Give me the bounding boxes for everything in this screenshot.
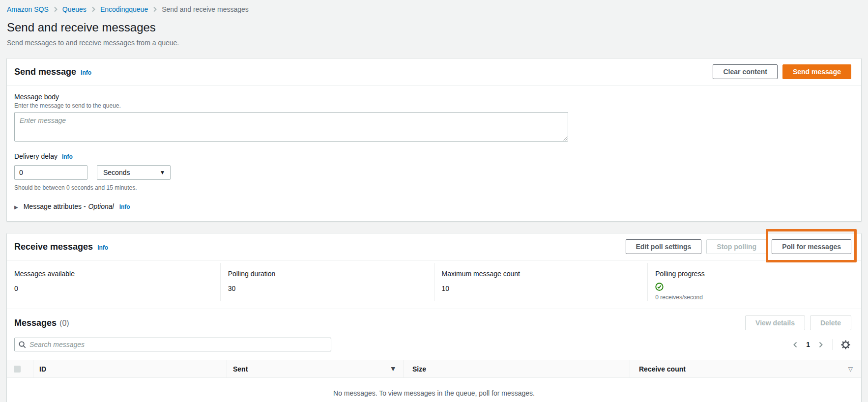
send-message-button[interactable]: Send message	[782, 64, 851, 79]
message-body-textarea[interactable]	[14, 112, 568, 142]
delivery-delay-info-link[interactable]: Info	[62, 153, 73, 160]
polling-stats-row: Messages available 0 Polling duration 30…	[7, 260, 861, 309]
column-header-receive-count: Receive count ▽	[630, 360, 861, 377]
stat-value: 0	[14, 285, 210, 292]
table-empty-state: No messages. To view messages in the que…	[7, 378, 861, 402]
sort-filter-icon[interactable]: ▽	[848, 366, 853, 373]
stop-polling-button[interactable]: Stop polling	[706, 239, 767, 254]
column-header-sent[interactable]: Sent ▼	[227, 360, 404, 377]
breadcrumb-current: Send and receive messages	[162, 5, 249, 13]
column-header-id: ID	[33, 360, 227, 377]
breadcrumb-link-amazon-sqs[interactable]: Amazon SQS	[7, 5, 49, 13]
polling-rate-text: 0 receives/second	[655, 294, 851, 301]
breadcrumb: Amazon SQS Queues Encodingqueue Send and…	[0, 0, 868, 13]
messages-table-header: ID Sent ▼ Size Receive count ▽	[7, 360, 861, 378]
message-body-description: Enter the message to send to the queue.	[14, 102, 851, 109]
stat-polling-progress: Polling progress 0 receives/second	[647, 263, 861, 301]
table-preferences-button[interactable]	[840, 339, 851, 350]
breadcrumb-link-queues[interactable]: Queues	[62, 5, 87, 13]
chevron-down-icon: ▼	[161, 170, 164, 175]
stat-maximum-message-count: Maximum message count 10	[434, 263, 648, 301]
search-box	[14, 338, 331, 351]
stat-value: 30	[228, 285, 424, 292]
stat-messages-available: Messages available 0	[7, 263, 220, 301]
column-header-size: Size	[404, 360, 630, 377]
previous-page-button[interactable]	[791, 340, 799, 349]
message-attributes-info-link[interactable]: Info	[119, 203, 130, 210]
message-attributes-optional: Optional	[88, 202, 114, 210]
breadcrumb-link-encodingqueue[interactable]: Encodingqueue	[100, 5, 148, 13]
chevron-left-icon	[792, 341, 798, 348]
receive-messages-title: Receive messages	[14, 242, 93, 252]
stat-label: Polling duration	[228, 270, 424, 278]
messages-section-header: Messages (0) View details Delete	[7, 309, 861, 336]
stat-polling-duration: Polling duration 30	[220, 263, 434, 301]
search-input[interactable]	[29, 341, 327, 348]
column-label: Receive count	[639, 365, 686, 373]
divider	[832, 339, 833, 350]
message-attributes-label: Message attributes -	[24, 202, 86, 210]
pagination: 1	[791, 339, 851, 350]
stat-label: Messages available	[14, 270, 210, 278]
clear-content-button[interactable]: Clear content	[713, 64, 777, 79]
receive-messages-card: Receive messages Info Edit poll settings…	[6, 233, 862, 402]
delete-button[interactable]: Delete	[810, 316, 851, 330]
next-page-button[interactable]	[817, 340, 825, 349]
sort-descending-icon[interactable]: ▼	[391, 366, 395, 372]
chevron-right-icon	[91, 6, 96, 12]
chevron-right-icon	[818, 341, 824, 348]
delivery-delay-unit-value: Seconds	[103, 169, 130, 176]
column-label: Size	[412, 365, 426, 373]
send-message-card-header: Send message Info Clear content Send mes…	[7, 58, 861, 86]
delivery-delay-label: Delivery delay	[14, 152, 58, 160]
edit-poll-settings-button[interactable]: Edit poll settings	[626, 239, 702, 254]
gear-icon	[841, 340, 850, 349]
column-label: ID	[39, 365, 46, 373]
select-all-checkbox[interactable]	[14, 366, 21, 373]
search-icon	[19, 341, 26, 348]
select-all-cell	[7, 360, 33, 377]
page-number-current[interactable]: 1	[804, 341, 812, 348]
expander-right-icon: ▶	[14, 204, 18, 210]
stat-value: 10	[442, 285, 638, 292]
send-message-title: Send message	[14, 67, 76, 77]
messages-title: Messages	[14, 318, 57, 328]
view-details-button[interactable]: View details	[745, 316, 805, 330]
poll-for-messages-button[interactable]: Poll for messages	[772, 239, 851, 254]
send-message-card: Send message Info Clear content Send mes…	[6, 58, 862, 222]
page-title: Send and receive messages	[7, 21, 868, 34]
message-attributes-expander[interactable]: ▶ Message attributes -Optional Info	[14, 202, 851, 210]
chevron-right-icon	[53, 6, 58, 12]
delivery-delay-input[interactable]	[14, 165, 87, 180]
success-check-icon	[655, 283, 851, 292]
chevron-right-icon	[152, 6, 157, 12]
receive-messages-info-link[interactable]: Info	[97, 244, 108, 251]
delivery-delay-unit-select[interactable]: Seconds ▼	[97, 165, 171, 180]
delivery-delay-constraint: Should be between 0 seconds and 15 minut…	[14, 184, 851, 191]
stat-label: Polling progress	[655, 270, 851, 278]
messages-count: (0)	[59, 319, 69, 328]
messages-toolbar: 1	[7, 336, 861, 360]
receive-messages-card-header: Receive messages Info Edit poll settings…	[7, 233, 861, 260]
send-message-info-link[interactable]: Info	[81, 69, 91, 76]
column-label: Sent	[233, 365, 248, 373]
page-subtitle: Send messages to and receive messages fr…	[7, 39, 868, 47]
stat-label: Maximum message count	[442, 270, 638, 278]
message-body-label: Message body	[14, 93, 851, 101]
